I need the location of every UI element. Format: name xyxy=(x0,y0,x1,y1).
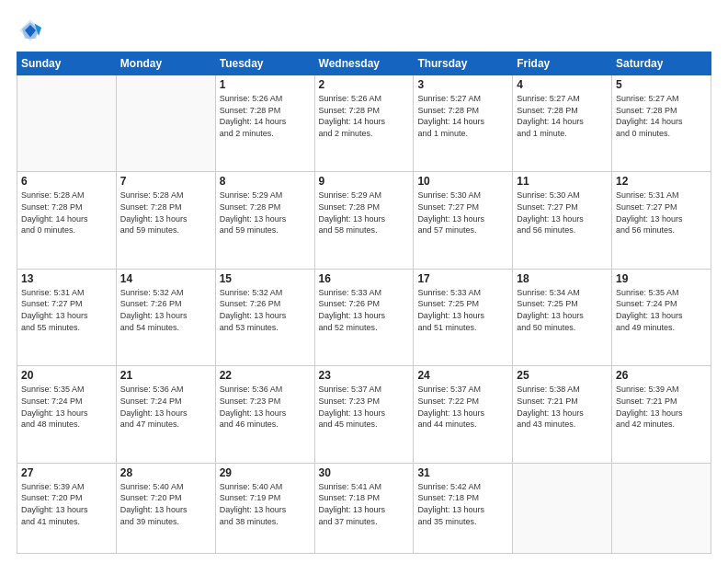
day-number: 19 xyxy=(616,272,707,285)
day-info: Sunrise: 5:27 AM Sunset: 7:28 PM Dayligh… xyxy=(616,93,707,139)
page: SundayMondayTuesdayWednesdayThursdayFrid… xyxy=(0,0,728,563)
day-number: 9 xyxy=(319,175,410,188)
calendar-cell: 6Sunrise: 5:28 AM Sunset: 7:28 PM Daylig… xyxy=(17,172,117,269)
calendar-cell: 19Sunrise: 5:35 AM Sunset: 7:24 PM Dayli… xyxy=(612,269,711,365)
calendar-cell xyxy=(116,75,215,172)
calendar-cell: 11Sunrise: 5:30 AM Sunset: 7:27 PM Dayli… xyxy=(513,172,612,269)
calendar-cell: 18Sunrise: 5:34 AM Sunset: 7:25 PM Dayli… xyxy=(513,269,612,365)
day-info: Sunrise: 5:37 AM Sunset: 7:23 PM Dayligh… xyxy=(319,384,410,430)
calendar-cell: 24Sunrise: 5:37 AM Sunset: 7:22 PM Dayli… xyxy=(414,366,513,463)
calendar-cell: 1Sunrise: 5:26 AM Sunset: 7:28 PM Daylig… xyxy=(215,75,314,172)
day-number: 23 xyxy=(319,369,410,382)
day-number: 25 xyxy=(517,369,608,382)
day-number: 26 xyxy=(616,369,707,382)
calendar-week-row: 20Sunrise: 5:35 AM Sunset: 7:24 PM Dayli… xyxy=(17,366,711,463)
day-number: 21 xyxy=(120,369,211,382)
calendar-cell: 8Sunrise: 5:29 AM Sunset: 7:28 PM Daylig… xyxy=(215,172,314,269)
day-number: 1 xyxy=(220,78,311,91)
calendar-cell: 7Sunrise: 5:28 AM Sunset: 7:28 PM Daylig… xyxy=(116,172,215,269)
calendar-cell xyxy=(17,75,117,172)
day-info: Sunrise: 5:41 AM Sunset: 7:18 PM Dayligh… xyxy=(319,481,410,527)
calendar-cell: 17Sunrise: 5:33 AM Sunset: 7:25 PM Dayli… xyxy=(414,269,513,365)
day-info: Sunrise: 5:30 AM Sunset: 7:27 PM Dayligh… xyxy=(417,190,508,236)
day-number: 7 xyxy=(120,175,211,188)
day-info: Sunrise: 5:29 AM Sunset: 7:28 PM Dayligh… xyxy=(319,190,410,236)
day-info: Sunrise: 5:28 AM Sunset: 7:28 PM Dayligh… xyxy=(21,190,112,236)
day-info: Sunrise: 5:31 AM Sunset: 7:27 PM Dayligh… xyxy=(616,190,707,236)
day-number: 13 xyxy=(21,272,112,285)
calendar-cell: 25Sunrise: 5:38 AM Sunset: 7:21 PM Dayli… xyxy=(513,366,612,463)
day-info: Sunrise: 5:39 AM Sunset: 7:21 PM Dayligh… xyxy=(616,384,707,430)
day-info: Sunrise: 5:27 AM Sunset: 7:28 PM Dayligh… xyxy=(517,93,608,139)
day-info: Sunrise: 5:36 AM Sunset: 7:24 PM Dayligh… xyxy=(120,384,211,430)
calendar-cell: 31Sunrise: 5:42 AM Sunset: 7:18 PM Dayli… xyxy=(414,463,513,553)
weekday-header: Tuesday xyxy=(215,52,314,75)
day-number: 3 xyxy=(417,78,508,91)
calendar-cell: 15Sunrise: 5:32 AM Sunset: 7:26 PM Dayli… xyxy=(215,269,314,365)
day-info: Sunrise: 5:31 AM Sunset: 7:27 PM Dayligh… xyxy=(21,287,112,333)
day-info: Sunrise: 5:42 AM Sunset: 7:18 PM Dayligh… xyxy=(417,481,508,527)
calendar-cell: 5Sunrise: 5:27 AM Sunset: 7:28 PM Daylig… xyxy=(612,75,711,172)
day-info: Sunrise: 5:26 AM Sunset: 7:28 PM Dayligh… xyxy=(319,93,410,139)
day-info: Sunrise: 5:34 AM Sunset: 7:25 PM Dayligh… xyxy=(517,287,608,333)
logo-icon xyxy=(17,17,44,44)
day-number: 29 xyxy=(220,466,311,479)
calendar-cell xyxy=(513,463,612,553)
day-number: 4 xyxy=(517,78,608,91)
calendar-cell: 21Sunrise: 5:36 AM Sunset: 7:24 PM Dayli… xyxy=(116,366,215,463)
calendar-cell: 29Sunrise: 5:40 AM Sunset: 7:19 PM Dayli… xyxy=(215,463,314,553)
day-number: 5 xyxy=(616,78,707,91)
calendar-week-row: 1Sunrise: 5:26 AM Sunset: 7:28 PM Daylig… xyxy=(17,75,711,172)
weekday-header: Sunday xyxy=(17,52,117,75)
header xyxy=(17,17,711,44)
calendar-cell: 2Sunrise: 5:26 AM Sunset: 7:28 PM Daylig… xyxy=(314,75,414,172)
day-info: Sunrise: 5:38 AM Sunset: 7:21 PM Dayligh… xyxy=(517,384,608,430)
day-info: Sunrise: 5:40 AM Sunset: 7:20 PM Dayligh… xyxy=(120,481,211,527)
calendar-cell: 4Sunrise: 5:27 AM Sunset: 7:28 PM Daylig… xyxy=(513,75,612,172)
day-number: 27 xyxy=(21,466,112,479)
calendar-cell: 3Sunrise: 5:27 AM Sunset: 7:28 PM Daylig… xyxy=(414,75,513,172)
calendar-week-row: 27Sunrise: 5:39 AM Sunset: 7:20 PM Dayli… xyxy=(17,463,711,553)
day-number: 24 xyxy=(417,369,508,382)
day-number: 20 xyxy=(21,369,112,382)
weekday-header: Wednesday xyxy=(314,52,414,75)
day-number: 17 xyxy=(417,272,508,285)
calendar-cell: 26Sunrise: 5:39 AM Sunset: 7:21 PM Dayli… xyxy=(612,366,711,463)
day-number: 6 xyxy=(21,175,112,188)
day-info: Sunrise: 5:27 AM Sunset: 7:28 PM Dayligh… xyxy=(417,93,508,139)
calendar-cell: 22Sunrise: 5:36 AM Sunset: 7:23 PM Dayli… xyxy=(215,366,314,463)
day-number: 2 xyxy=(319,78,410,91)
weekday-header: Monday xyxy=(116,52,215,75)
calendar-cell: 12Sunrise: 5:31 AM Sunset: 7:27 PM Dayli… xyxy=(612,172,711,269)
day-info: Sunrise: 5:37 AM Sunset: 7:22 PM Dayligh… xyxy=(417,384,508,430)
calendar-cell: 27Sunrise: 5:39 AM Sunset: 7:20 PM Dayli… xyxy=(17,463,117,553)
calendar-cell: 14Sunrise: 5:32 AM Sunset: 7:26 PM Dayli… xyxy=(116,269,215,365)
weekday-header: Friday xyxy=(513,52,612,75)
day-number: 31 xyxy=(417,466,508,479)
day-number: 18 xyxy=(517,272,608,285)
weekday-header: Thursday xyxy=(414,52,513,75)
calendar-cell: 16Sunrise: 5:33 AM Sunset: 7:26 PM Dayli… xyxy=(314,269,414,365)
day-info: Sunrise: 5:29 AM Sunset: 7:28 PM Dayligh… xyxy=(220,190,311,236)
day-number: 28 xyxy=(120,466,211,479)
calendar-table: SundayMondayTuesdayWednesdayThursdayFrid… xyxy=(17,52,711,554)
day-number: 30 xyxy=(319,466,410,479)
day-number: 8 xyxy=(220,175,311,188)
day-number: 22 xyxy=(220,369,311,382)
calendar-cell: 13Sunrise: 5:31 AM Sunset: 7:27 PM Dayli… xyxy=(17,269,117,365)
calendar-header-row: SundayMondayTuesdayWednesdayThursdayFrid… xyxy=(17,52,711,75)
day-info: Sunrise: 5:26 AM Sunset: 7:28 PM Dayligh… xyxy=(220,93,311,139)
day-number: 15 xyxy=(220,272,311,285)
day-info: Sunrise: 5:36 AM Sunset: 7:23 PM Dayligh… xyxy=(220,384,311,430)
day-number: 16 xyxy=(319,272,410,285)
day-number: 12 xyxy=(616,175,707,188)
day-number: 14 xyxy=(120,272,211,285)
day-info: Sunrise: 5:39 AM Sunset: 7:20 PM Dayligh… xyxy=(21,481,112,527)
calendar-cell: 20Sunrise: 5:35 AM Sunset: 7:24 PM Dayli… xyxy=(17,366,117,463)
day-info: Sunrise: 5:32 AM Sunset: 7:26 PM Dayligh… xyxy=(220,287,311,333)
calendar-week-row: 6Sunrise: 5:28 AM Sunset: 7:28 PM Daylig… xyxy=(17,172,711,269)
calendar-cell: 9Sunrise: 5:29 AM Sunset: 7:28 PM Daylig… xyxy=(314,172,414,269)
day-info: Sunrise: 5:28 AM Sunset: 7:28 PM Dayligh… xyxy=(120,190,211,236)
calendar-cell: 10Sunrise: 5:30 AM Sunset: 7:27 PM Dayli… xyxy=(414,172,513,269)
day-number: 11 xyxy=(517,175,608,188)
